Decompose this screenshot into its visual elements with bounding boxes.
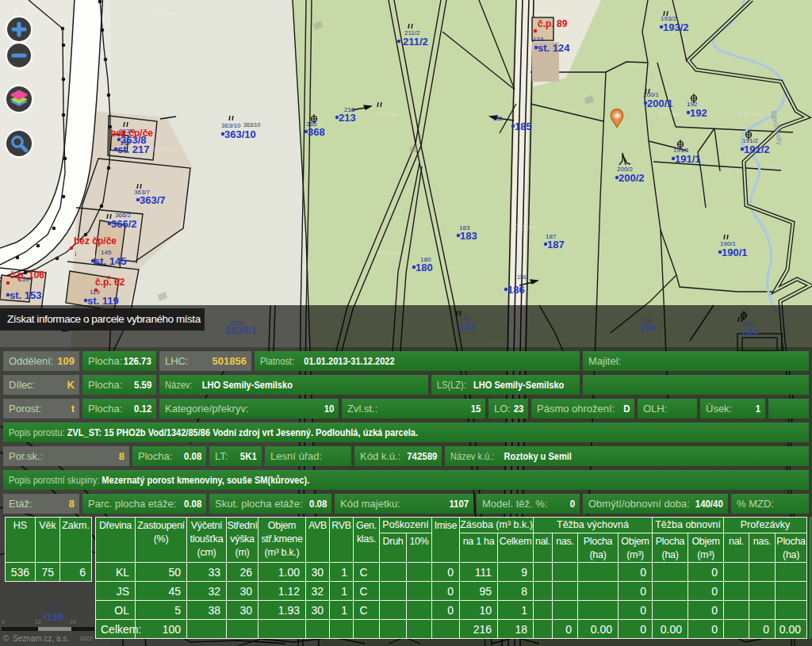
svg-text:Seznam.cz, a.s.: Seznam.cz, a.s.	[13, 634, 69, 643]
svg-text:2022: 2022	[79, 635, 93, 642]
svg-text:139: 139	[46, 611, 63, 623]
svg-text:12: 12	[35, 619, 41, 625]
svg-text:24: 24	[70, 619, 76, 625]
svg-text:✳: ✳	[613, 111, 621, 120]
svg-text:189: 189	[741, 327, 758, 338]
svg-text:©: ©	[3, 634, 10, 643]
svg-text:0: 0	[2, 619, 5, 625]
svg-text:182: 182	[458, 320, 476, 332]
svg-text:188: 188	[639, 322, 657, 334]
svg-text:2839/1: 2839/1	[225, 324, 257, 336]
